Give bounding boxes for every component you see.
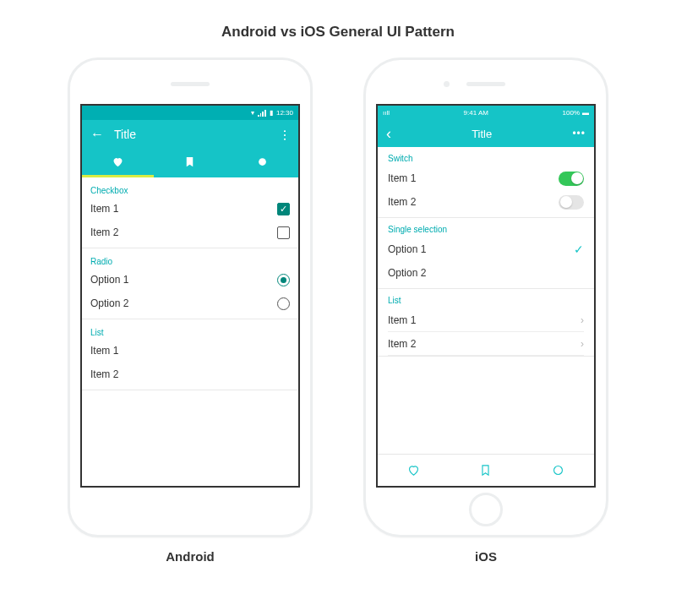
- item-label: Option 2: [388, 267, 584, 279]
- battery-label: 100%: [563, 109, 580, 117]
- section-header: List: [90, 324, 290, 339]
- item-label: Item 1: [388, 172, 559, 184]
- switch-toggle[interactable]: [559, 172, 584, 186]
- radio-row[interactable]: Option 2: [90, 292, 290, 315]
- home-button[interactable]: [469, 493, 503, 526]
- tab-bookmarks[interactable]: [154, 149, 226, 177]
- android-caption: Android: [68, 549, 313, 564]
- switch-section: Switch Item 1 Item 2: [378, 147, 594, 218]
- signal-icon: [258, 110, 266, 117]
- checkbox-section: Checkbox Item 1✓ Item 2: [82, 177, 298, 248]
- ios-caption: iOS: [363, 549, 608, 564]
- list-row[interactable]: Item 1: [90, 339, 290, 363]
- list-row[interactable]: Item 2›: [388, 332, 584, 356]
- ios-tab-bar: [378, 454, 594, 486]
- radio-icon[interactable]: [277, 297, 290, 310]
- item-label: Item 1: [90, 345, 290, 357]
- list-row[interactable]: Item 1›: [388, 308, 584, 332]
- item-label: Item 1: [90, 203, 277, 215]
- item-label: Item 2: [90, 368, 290, 380]
- heart-icon: [406, 463, 421, 477]
- heart-icon: [112, 155, 124, 168]
- section-header: Radio: [90, 253, 290, 268]
- bookmark-icon: [478, 463, 493, 477]
- section-header: Single selection: [388, 225, 584, 237]
- switch-row: Item 2: [388, 190, 584, 214]
- radio-section: Radio Option 1 Option 2: [82, 248, 298, 319]
- ios-screen: ııll 9:41 AM 100% ▬ ‹ Title ••• Switch I…: [376, 104, 596, 488]
- back-arrow-icon[interactable]: ←: [90, 127, 104, 142]
- tab-favorites[interactable]: [82, 149, 154, 177]
- circle-icon: [256, 155, 269, 168]
- ios-nav-bar: ‹ Title •••: [378, 120, 594, 147]
- item-label: Option 2: [90, 297, 277, 309]
- android-app-bar: ← Title ⋯: [82, 120, 298, 149]
- checkbox-row[interactable]: Item 2: [90, 221, 290, 244]
- tab-bookmarks[interactable]: [450, 455, 521, 486]
- checkbox-row[interactable]: Item 1✓: [90, 197, 290, 221]
- svg-point-1: [553, 466, 562, 475]
- bookmark-icon: [183, 155, 196, 168]
- item-label: Option 1: [388, 243, 574, 255]
- section-header: Switch: [388, 154, 584, 166]
- selection-row[interactable]: Option 1✓: [388, 237, 584, 261]
- ios-status-bar: ııll 9:41 AM 100% ▬: [378, 106, 594, 120]
- switch-toggle[interactable]: [559, 195, 584, 210]
- tab-favorites[interactable]: [378, 455, 450, 486]
- android-tab-bar: [82, 149, 298, 177]
- tab-circle[interactable]: [226, 149, 298, 177]
- chevron-right-icon: ›: [581, 338, 584, 350]
- wifi-icon: ▾: [251, 109, 254, 117]
- radio-icon[interactable]: [277, 274, 290, 286]
- circle-icon: [551, 463, 565, 477]
- page-title: Android vs iOS General UI Pattern: [0, 0, 676, 57]
- speaker: [466, 82, 505, 86]
- section-header: Checkbox: [90, 183, 290, 197]
- checkmark-icon: ✓: [574, 243, 584, 256]
- more-icon[interactable]: •••: [572, 128, 586, 139]
- signal-icon: ııll: [383, 109, 390, 117]
- speaker: [171, 82, 210, 86]
- selection-row[interactable]: Option 2: [388, 261, 584, 285]
- battery-icon: ▬: [582, 109, 589, 117]
- list-section: List Item 1› Item 2›: [378, 289, 594, 357]
- app-bar-title: Title: [114, 128, 279, 141]
- switch-row: Item 1: [388, 166, 584, 190]
- single-selection-section: Single selection Option 1✓ Option 2: [378, 218, 594, 289]
- android-phone-frame: ▾ ▮ 12:30 ← Title ⋯ Checkbox Item 1✓ Ite…: [68, 57, 313, 537]
- item-label: Item 2: [90, 226, 277, 238]
- chevron-right-icon: ›: [581, 314, 584, 326]
- item-label: Item 2: [388, 196, 559, 208]
- svg-point-0: [259, 158, 266, 166]
- status-time: 12:30: [276, 109, 293, 117]
- battery-icon: ▮: [270, 109, 273, 117]
- checkbox-icon[interactable]: ✓: [277, 203, 290, 215]
- status-time: 9:41 AM: [390, 109, 563, 117]
- checkbox-icon[interactable]: [277, 226, 290, 239]
- section-header: List: [388, 296, 584, 308]
- nav-title: Title: [391, 128, 572, 140]
- list-row[interactable]: Item 2: [90, 363, 290, 386]
- item-label: Item 2: [388, 338, 581, 350]
- item-label: Item 1: [388, 314, 581, 326]
- android-screen: ▾ ▮ 12:30 ← Title ⋯ Checkbox Item 1✓ Ite…: [80, 104, 300, 488]
- ios-phone-frame: ııll 9:41 AM 100% ▬ ‹ Title ••• Switch I…: [363, 57, 608, 537]
- overflow-menu-icon[interactable]: ⋯: [278, 129, 292, 140]
- camera: [444, 81, 450, 87]
- list-section: List Item 1 Item 2: [82, 319, 298, 390]
- android-status-bar: ▾ ▮ 12:30: [82, 106, 298, 120]
- tab-circle[interactable]: [522, 455, 594, 486]
- radio-row[interactable]: Option 1: [90, 268, 290, 292]
- item-label: Option 1: [90, 274, 277, 286]
